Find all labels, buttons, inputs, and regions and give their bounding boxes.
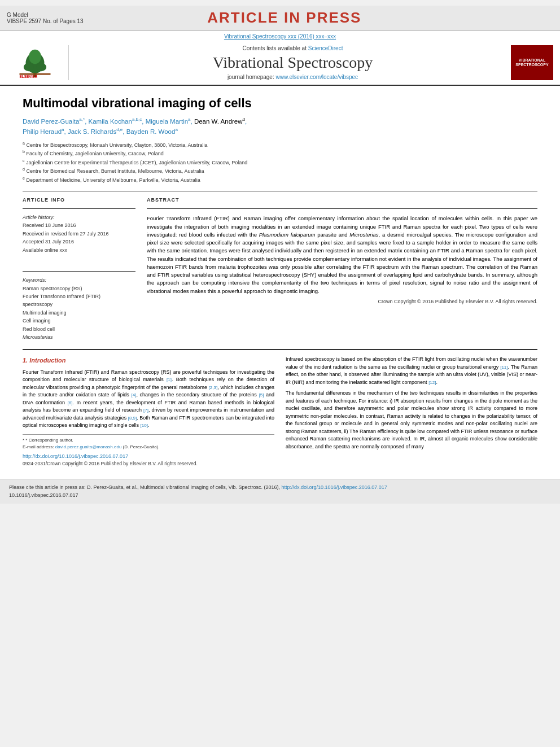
author-jack: Jack S. Richardsd,e bbox=[68, 128, 123, 135]
journal-name: Vibrational Spectroscopy bbox=[213, 54, 373, 72]
article-in-press-banner: G Model VIBSPE 2597 No. of Pages 13 ARTI… bbox=[0, 6, 560, 31]
divider-keywords bbox=[23, 271, 135, 272]
section-title-text: Introduction bbox=[29, 357, 65, 364]
ref-12[interactable]: [12] bbox=[428, 380, 436, 385]
author-dean: Dean W. Andrewd bbox=[194, 118, 245, 125]
footnote-area: * * Corresponding author. E-mail address… bbox=[23, 434, 274, 451]
body-two-col: 1. Introduction Fourier Transform Infrar… bbox=[23, 356, 537, 468]
elsevier-tree-icon: ELSEVIER bbox=[12, 47, 58, 78]
svg-text:ELSEVIER: ELSEVIER bbox=[19, 75, 37, 78]
g-model-label: G Model bbox=[7, 12, 28, 18]
keyword-1: Raman spectroscopy (RS) bbox=[23, 285, 135, 292]
divider-info bbox=[23, 208, 135, 209]
history-label: Article history: bbox=[23, 215, 135, 220]
elsevier-logo: ELSEVIER bbox=[7, 45, 69, 80]
sciencedirect-link[interactable]: ScienceDirect bbox=[308, 45, 343, 51]
keyword-4: Multimodal imaging bbox=[23, 309, 135, 317]
article-info-abstract: ARTICLE INFO Article history: Received 1… bbox=[23, 197, 537, 341]
accepted-date: Accepted 31 July 2016 bbox=[23, 238, 135, 246]
contents-text: Contents lists available at bbox=[243, 45, 307, 51]
email-link[interactable]: david.perez.guaita@monash.edu bbox=[55, 444, 122, 449]
authors-line: David Perez-Guaitaa,*, Kamila Kochana,b,… bbox=[23, 116, 537, 137]
journal-thumb-title: VIBRATIONAL SPECTROSCOPY bbox=[513, 58, 551, 68]
right-col-para-1: Infrared spectroscopy is based on the ab… bbox=[286, 356, 537, 386]
divider-1 bbox=[23, 191, 537, 191]
intro-left-text: Fourier Transform Infrared (FTIR) and Ra… bbox=[23, 369, 274, 430]
svg-point-4 bbox=[29, 49, 41, 64]
ref-10[interactable]: [10] bbox=[141, 423, 148, 428]
keyword-7: Microasterias bbox=[23, 333, 135, 341]
journal-homepage: journal homepage: www.elsevier.com/locat… bbox=[228, 74, 358, 80]
cite-doi-link[interactable]: http://dx.doi.org/10.1016/j.vibspec.2016… bbox=[282, 484, 387, 490]
author-david: David Perez-Guaitaa,* bbox=[23, 118, 85, 125]
affiliation-d: d Centre for Biomedical Research, Burnet… bbox=[23, 167, 537, 176]
vib-spec-link[interactable]: Vibrational Spectroscopy xxx (2016) xxx–… bbox=[0, 31, 560, 41]
author-philip: Philip Herauda bbox=[23, 128, 64, 135]
ref-2-3[interactable]: [2,3] bbox=[209, 385, 218, 390]
abstract-column: ABSTRACT Fourier Transform Infrared (FTI… bbox=[147, 197, 537, 341]
abstract-heading: ABSTRACT bbox=[147, 197, 537, 203]
affiliation-b: b Faculty of Chemistry, Jagiellonian Uni… bbox=[23, 149, 537, 158]
journal-header: ELSEVIER Contents lists available at Sci… bbox=[0, 41, 560, 86]
divider-abstract bbox=[147, 208, 537, 209]
right-col-para-2: The fundamental differences in the mecha… bbox=[286, 390, 537, 451]
cite-text: Please cite this article in press as: D.… bbox=[9, 484, 280, 490]
issn-line: 0924-2031/Crown Copyright © 2016 Publish… bbox=[23, 460, 274, 468]
email-suffix: (D. Perez-Guaita). bbox=[123, 444, 160, 449]
body-divider bbox=[23, 349, 537, 350]
vibspe-label: VIBSPE 2597 No. of Pages 13 bbox=[7, 18, 84, 24]
ref-11[interactable]: [11] bbox=[500, 365, 508, 370]
cite-doi2-text: 10.1016/j.vibspec.2016.07.017 bbox=[9, 492, 78, 498]
ref-8-9[interactable]: [8,9] bbox=[128, 416, 137, 421]
homepage-label: journal homepage: bbox=[228, 74, 274, 80]
affiliation-c: c Jagiellonian Centre for Experimental T… bbox=[23, 158, 537, 167]
email-label: E-mail address: bbox=[23, 444, 54, 449]
journal-center: Contents lists available at ScienceDirec… bbox=[75, 45, 511, 80]
ref-4[interactable]: [4] bbox=[131, 392, 136, 397]
author-miguela: Miguela Martina bbox=[146, 118, 191, 125]
g-model-text: G Model VIBSPE 2597 No. of Pages 13 bbox=[7, 12, 84, 24]
corresponding-author-note: * * Corresponding author. bbox=[23, 437, 274, 444]
affiliations: a Centre for Biospectroscopy, Monash Uni… bbox=[23, 141, 537, 185]
author-bayden: Bayden R. Wooda bbox=[126, 128, 178, 135]
keywords-label: Keywords: bbox=[23, 277, 135, 283]
abstract-text: Fourier Transform Infrared (FTIR) and Ra… bbox=[147, 215, 537, 295]
article-info-heading: ARTICLE INFO bbox=[23, 197, 135, 203]
article-title: Multimodal vibrational imaging of cells bbox=[23, 96, 537, 111]
journal-thumbnail: VIBRATIONAL SPECTROSCOPY bbox=[511, 45, 553, 80]
homepage-url[interactable]: www.elsevier.com/locate/vibspec bbox=[276, 74, 358, 80]
vib-spec-journal-link[interactable]: Vibrational Spectroscopy xxx (2016) xxx–… bbox=[224, 33, 336, 40]
received-date: Received 18 June 2016 bbox=[23, 222, 135, 229]
keywords-list: Raman spectroscopy (RS) Fourier Transfon… bbox=[23, 285, 135, 342]
keyword-6: Red blood cell bbox=[23, 325, 135, 333]
keyword-2: Fourier Transfonno Infrared (FTIR) bbox=[23, 292, 135, 300]
svg-point-2 bbox=[23, 63, 33, 71]
ref-6[interactable]: [6] bbox=[68, 400, 73, 405]
body-left-col: 1. Introduction Fourier Transform Infrar… bbox=[23, 356, 274, 468]
available-online: Available online xxx bbox=[23, 247, 135, 254]
revised-date: Received in revised form 27 July 2016 bbox=[23, 230, 135, 238]
copyright-line: Crown Copyright © 2016 Published by Else… bbox=[147, 299, 537, 304]
svg-point-3 bbox=[36, 63, 46, 71]
doi-line[interactable]: http://dx.doi.org/10.1016/j.vibspec.2016… bbox=[23, 453, 274, 461]
author-kamila: Kamila Kochana,b,c bbox=[89, 118, 142, 125]
contents-line: Contents lists available at ScienceDirec… bbox=[243, 45, 343, 51]
affiliation-a: a Centre for Biospectroscopy, Monash Uni… bbox=[23, 141, 537, 150]
section-number: 1. bbox=[23, 357, 28, 364]
keyword-3: spectroscopy bbox=[23, 300, 135, 308]
keyword-5: Cell imaging bbox=[23, 317, 135, 325]
body-right-col: Infrared spectroscopy is based on the ab… bbox=[286, 356, 537, 468]
article-in-press-title: ARTICLE IN PRESS bbox=[84, 9, 485, 27]
article-info-column: ARTICLE INFO Article history: Received 1… bbox=[23, 197, 135, 341]
corresponding-text: * Corresponding author. bbox=[25, 438, 73, 443]
bottom-banner: Please cite this article in press as: D.… bbox=[0, 479, 560, 504]
doi-text[interactable]: http://dx.doi.org/10.1016/j.vibspec.2016… bbox=[23, 453, 128, 459]
ref-1[interactable]: [1] bbox=[167, 377, 172, 382]
ref-5[interactable]: [5] bbox=[259, 392, 264, 397]
intro-section-title: 1. Introduction bbox=[23, 356, 274, 365]
ref-7[interactable]: [7] bbox=[143, 408, 148, 413]
affiliation-e: e Department of Medicine, University of … bbox=[23, 176, 537, 185]
main-content: Multimodal vibrational imaging of cells … bbox=[0, 96, 560, 473]
page: G Model VIBSPE 2597 No. of Pages 13 ARTI… bbox=[0, 6, 560, 504]
email-note: E-mail address: david.perez.guaita@monas… bbox=[23, 444, 274, 451]
